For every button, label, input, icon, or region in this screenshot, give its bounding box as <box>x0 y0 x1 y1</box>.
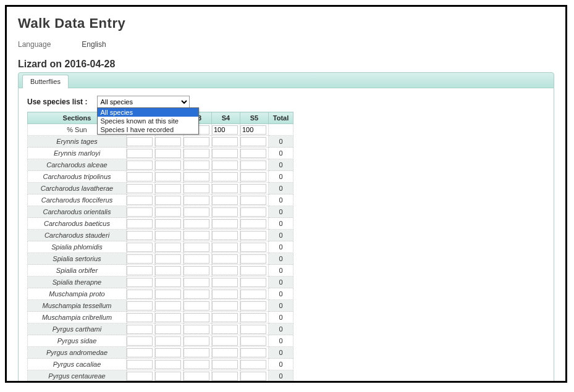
count-input[interactable] <box>212 125 238 135</box>
count-input[interactable] <box>240 219 266 228</box>
count-input[interactable] <box>155 137 181 146</box>
count-input[interactable] <box>212 348 238 357</box>
count-input[interactable] <box>212 207 238 217</box>
count-input[interactable] <box>184 336 209 346</box>
count-input[interactable] <box>155 243 181 252</box>
count-input[interactable] <box>127 161 153 170</box>
count-input[interactable] <box>240 336 266 346</box>
count-input[interactable] <box>155 161 181 170</box>
count-input[interactable] <box>155 184 181 193</box>
count-input[interactable] <box>127 325 153 334</box>
count-input[interactable] <box>240 360 266 369</box>
count-input[interactable] <box>240 301 266 311</box>
count-input[interactable] <box>240 290 266 299</box>
count-input[interactable] <box>240 207 266 217</box>
count-input[interactable] <box>155 313 181 322</box>
count-input[interactable] <box>212 360 238 369</box>
count-input[interactable] <box>155 360 181 369</box>
count-input[interactable] <box>184 301 209 311</box>
count-input[interactable] <box>184 243 209 252</box>
count-input[interactable] <box>127 336 153 346</box>
count-input[interactable] <box>212 231 238 240</box>
count-input[interactable] <box>184 290 209 299</box>
count-input[interactable] <box>127 372 153 381</box>
count-input[interactable] <box>127 172 153 181</box>
species-option-known[interactable]: Species known at this site <box>98 117 198 125</box>
count-input[interactable] <box>212 184 238 193</box>
count-input[interactable] <box>240 348 266 357</box>
species-select[interactable]: All species <box>97 96 190 108</box>
count-input[interactable] <box>127 278 153 287</box>
count-input[interactable] <box>240 266 266 275</box>
count-input[interactable] <box>184 196 209 205</box>
count-input[interactable] <box>127 184 153 193</box>
count-input[interactable] <box>184 184 209 193</box>
count-input[interactable] <box>184 219 209 228</box>
count-input[interactable] <box>184 207 209 217</box>
count-input[interactable] <box>240 325 266 334</box>
count-input[interactable] <box>240 313 266 322</box>
count-input[interactable] <box>212 137 238 146</box>
count-input[interactable] <box>127 313 153 322</box>
count-input[interactable] <box>155 196 181 205</box>
count-input[interactable] <box>212 196 238 205</box>
count-input[interactable] <box>240 196 266 205</box>
count-input[interactable] <box>212 161 238 170</box>
count-input[interactable] <box>212 219 238 228</box>
count-input[interactable] <box>155 336 181 346</box>
count-input[interactable] <box>127 290 153 299</box>
count-input[interactable] <box>240 231 266 240</box>
count-input[interactable] <box>155 172 181 181</box>
count-input[interactable] <box>127 360 153 369</box>
count-input[interactable] <box>240 254 266 264</box>
count-input[interactable] <box>127 348 153 357</box>
count-input[interactable] <box>127 231 153 240</box>
count-input[interactable] <box>240 161 266 170</box>
count-input[interactable] <box>184 266 209 275</box>
count-input[interactable] <box>184 360 209 369</box>
count-input[interactable] <box>127 196 153 205</box>
species-option-all[interactable]: All species <box>98 108 198 117</box>
count-input[interactable] <box>212 149 238 158</box>
count-input[interactable] <box>212 336 238 346</box>
count-input[interactable] <box>240 372 266 381</box>
count-input[interactable] <box>212 372 238 381</box>
count-input[interactable] <box>184 313 209 322</box>
count-input[interactable] <box>127 301 153 311</box>
count-input[interactable] <box>240 278 266 287</box>
count-input[interactable] <box>155 149 181 158</box>
count-input[interactable] <box>127 243 153 252</box>
count-input[interactable] <box>155 348 181 357</box>
count-input[interactable] <box>127 207 153 217</box>
count-input[interactable] <box>212 301 238 311</box>
count-input[interactable] <box>127 219 153 228</box>
count-input[interactable] <box>155 207 181 217</box>
count-input[interactable] <box>184 161 209 170</box>
count-input[interactable] <box>212 254 238 264</box>
count-input[interactable] <box>240 243 266 252</box>
count-input[interactable] <box>127 266 153 275</box>
count-input[interactable] <box>184 372 209 381</box>
count-input[interactable] <box>127 149 153 158</box>
count-input[interactable] <box>212 278 238 287</box>
count-input[interactable] <box>155 231 181 240</box>
count-input[interactable] <box>184 149 209 158</box>
count-input[interactable] <box>184 254 209 264</box>
count-input[interactable] <box>212 266 238 275</box>
count-input[interactable] <box>155 325 181 334</box>
count-input[interactable] <box>155 290 181 299</box>
count-input[interactable] <box>184 325 209 334</box>
species-option-recorded[interactable]: Species I have recorded <box>98 125 198 134</box>
count-input[interactable] <box>184 231 209 240</box>
count-input[interactable] <box>155 372 181 381</box>
count-input[interactable] <box>127 254 153 264</box>
count-input[interactable] <box>155 219 181 228</box>
count-input[interactable] <box>155 278 181 287</box>
count-input[interactable] <box>184 348 209 357</box>
count-input[interactable] <box>212 313 238 322</box>
count-input[interactable] <box>184 137 209 146</box>
count-input[interactable] <box>184 172 209 181</box>
count-input[interactable] <box>240 172 266 181</box>
tab-butterflies[interactable]: Butterflies <box>22 75 69 88</box>
count-input[interactable] <box>155 266 181 275</box>
